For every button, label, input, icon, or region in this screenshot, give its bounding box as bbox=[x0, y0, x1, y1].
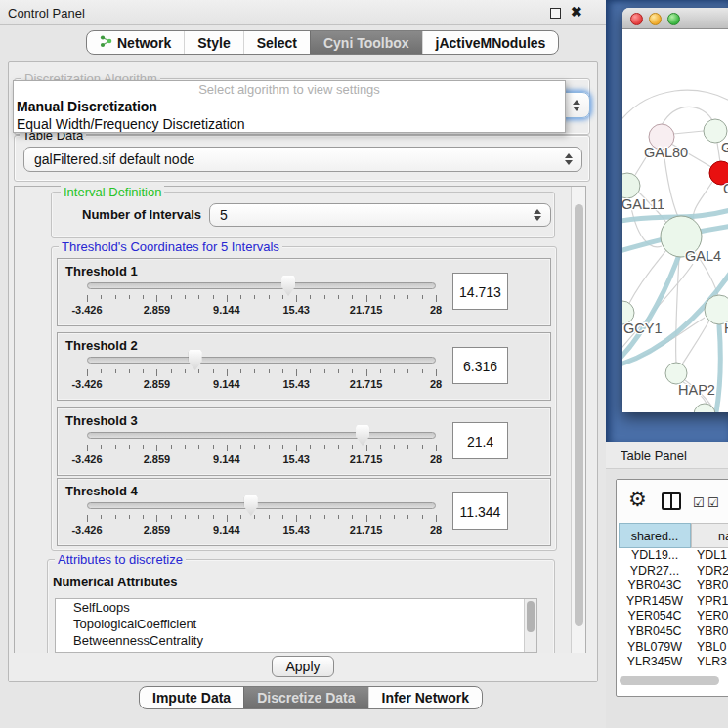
slider-tick bbox=[407, 295, 408, 299]
attribute-list-item[interactable]: SelfLoops bbox=[56, 599, 536, 616]
slider-tick bbox=[143, 445, 144, 449]
top-tabbar: NetworkStyleSelectCyni ToolboxjActiveMNo… bbox=[86, 30, 559, 55]
slider-tick bbox=[254, 295, 255, 299]
table-row[interactable]: YDL19...YDL1 bbox=[617, 548, 728, 564]
numerical-attributes-list[interactable]: SelfLoopsTopologicalCoefficientBetweenne… bbox=[55, 598, 537, 653]
slider-tick bbox=[352, 445, 353, 449]
tab-discretize-data[interactable]: Discretize Data bbox=[243, 687, 367, 708]
slider-tick bbox=[394, 295, 395, 299]
slider-tick bbox=[213, 445, 214, 449]
slider-tick bbox=[380, 445, 381, 449]
attributes-legend: Attributes to discretize bbox=[55, 552, 186, 567]
slider-tick bbox=[240, 515, 241, 519]
network-node[interactable] bbox=[665, 363, 687, 384]
slider-tick bbox=[115, 445, 116, 449]
slider-tick bbox=[366, 515, 367, 522]
slider-tick-label: 21.715 bbox=[350, 524, 383, 535]
vertical-scrollbar[interactable] bbox=[571, 187, 585, 654]
number-of-intervals-combobox[interactable]: 5 bbox=[209, 203, 551, 227]
tab-jactivemnodules[interactable]: jActiveMNodules bbox=[422, 31, 559, 54]
column-header-name[interactable]: na bbox=[691, 523, 728, 548]
column-header-shared-name[interactable]: shared... bbox=[619, 523, 691, 548]
tab-select[interactable]: Select bbox=[243, 31, 310, 54]
table-row[interactable]: YBR045CYBR0 bbox=[617, 624, 728, 640]
slider-track[interactable] bbox=[87, 432, 436, 439]
slider-tick bbox=[310, 445, 311, 449]
slider-tick bbox=[436, 369, 437, 376]
slider-tick bbox=[227, 295, 228, 302]
cell-shared-name: YDR27... bbox=[619, 564, 691, 579]
table-row[interactable]: YIL052CYIL0 bbox=[617, 670, 728, 672]
cell-shared-name: YBL079W bbox=[619, 640, 691, 656]
slider-handle[interactable] bbox=[281, 276, 295, 296]
tab-infer-network[interactable]: Infer Network bbox=[368, 687, 482, 708]
scrollbar-thumb[interactable] bbox=[527, 601, 535, 632]
slider-tick bbox=[143, 369, 144, 373]
attributes-scrollbar[interactable] bbox=[524, 599, 536, 652]
checkbox-icon[interactable]: ☑ bbox=[693, 495, 705, 510]
slider-tick bbox=[352, 295, 353, 299]
gear-icon[interactable]: ⚙ bbox=[628, 488, 647, 511]
threshold-value-box[interactable]: 14.713 bbox=[452, 273, 508, 310]
slider-tick bbox=[185, 295, 186, 299]
attribute-list-item[interactable]: BetweennessCentrality bbox=[56, 632, 536, 649]
apply-button[interactable]: Apply bbox=[272, 656, 334, 677]
table-data-combobox[interactable]: galFiltered.sif default node bbox=[23, 147, 582, 172]
tab-cyni-toolbox[interactable]: Cyni Toolbox bbox=[310, 31, 422, 54]
slider-handle[interactable] bbox=[244, 495, 258, 516]
slider-tick bbox=[394, 369, 395, 373]
table-row[interactable]: YBL079WYBL0 bbox=[617, 640, 728, 656]
threshold-value-box[interactable]: 21.4 bbox=[452, 422, 508, 459]
minimize-traffic-light-icon[interactable] bbox=[649, 13, 662, 25]
cell-shared-name: YPR145W bbox=[619, 594, 691, 610]
slider-tick-label: 28 bbox=[430, 453, 442, 465]
numerical-attributes-label: Numerical Attributes bbox=[53, 575, 177, 589]
cell-name: YDR2 bbox=[697, 564, 728, 579]
slider-handle[interactable] bbox=[189, 350, 202, 370]
tab-impute-data[interactable]: Impute Data bbox=[140, 687, 243, 708]
dropdown-option[interactable]: Equal Width/Frequency Discretization bbox=[14, 115, 565, 133]
scrollbar-thumb[interactable] bbox=[620, 676, 719, 685]
table-row[interactable]: YER054CYER0 bbox=[617, 609, 728, 624]
slider-tick-label: 2.859 bbox=[144, 524, 171, 535]
network-node[interactable] bbox=[694, 404, 715, 412]
float-window-icon[interactable] bbox=[550, 8, 561, 19]
slider-tick bbox=[380, 369, 381, 373]
number-of-intervals-label: Number of Intervals bbox=[82, 207, 201, 222]
slider-tick-label: 2.859 bbox=[144, 453, 171, 465]
slider-tick bbox=[352, 515, 353, 519]
slider-tick bbox=[198, 295, 199, 299]
close-traffic-light-icon[interactable] bbox=[630, 13, 643, 25]
checkbox-icon[interactable]: ☑ bbox=[707, 495, 719, 510]
slider-track[interactable] bbox=[87, 357, 436, 364]
scrollbar-thumb[interactable] bbox=[575, 204, 583, 626]
slider-tick-label: 28 bbox=[430, 304, 442, 316]
slider-track[interactable] bbox=[87, 282, 436, 289]
network-node-label: C bbox=[723, 181, 728, 196]
network-window-titlebar[interactable] bbox=[622, 8, 728, 29]
tab-style[interactable]: Style bbox=[184, 31, 242, 54]
slider-tick bbox=[422, 515, 423, 519]
attribute-list-item[interactable]: TopologicalCoefficient bbox=[56, 616, 536, 632]
dropdown-option[interactable]: Manual Discretization bbox=[14, 98, 565, 115]
threshold-value-box[interactable]: 11.344 bbox=[452, 492, 508, 530]
table-row[interactable]: YBR043CYBR0 bbox=[617, 578, 728, 594]
horizontal-scrollbar[interactable] bbox=[620, 676, 727, 686]
slider-tick bbox=[101, 515, 102, 519]
slider-tick bbox=[198, 445, 199, 449]
slider-tick bbox=[324, 295, 325, 299]
split-columns-icon[interactable] bbox=[662, 492, 681, 510]
slider-handle[interactable] bbox=[356, 425, 369, 446]
close-icon[interactable]: ✖ bbox=[571, 4, 582, 20]
table-row[interactable]: YLR345WYLR3 bbox=[617, 655, 728, 670]
table-panel-area: ⚙ ☑ ☑ shared... na YDL19...YDL1YDR27...Y… bbox=[606, 469, 728, 728]
tab-network[interactable]: Network bbox=[87, 31, 184, 54]
threshold-value-box[interactable]: 6.316 bbox=[452, 347, 508, 384]
slider-track[interactable] bbox=[87, 502, 436, 509]
zoom-traffic-light-icon[interactable] bbox=[667, 13, 680, 25]
table-row[interactable]: YPR145WYPR1 bbox=[617, 594, 728, 610]
slider-tick bbox=[254, 369, 255, 373]
network-canvas[interactable]: GAL80GCGAL11GAL4GCY1HHAP2 bbox=[622, 29, 728, 412]
table-row[interactable]: YDR27...YDR2 bbox=[617, 564, 728, 579]
network-node[interactable] bbox=[622, 173, 640, 198]
